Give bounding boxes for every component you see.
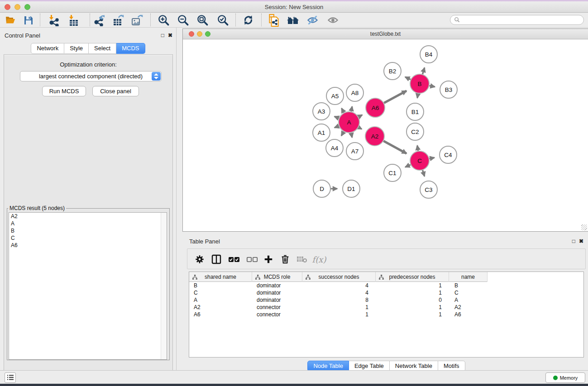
- column-header-shared-name[interactable]: shared name: [189, 272, 252, 282]
- deselect-all-icon[interactable]: [245, 253, 259, 266]
- edge-B-B2[interactable]: [405, 77, 411, 80]
- mcds-result-item[interactable]: A2: [9, 213, 167, 220]
- node-A1[interactable]: A1: [313, 124, 330, 141]
- export-network-icon[interactable]: [91, 14, 107, 26]
- column-header-name[interactable]: name: [449, 272, 488, 282]
- node-B2[interactable]: B2: [384, 62, 401, 80]
- tab-select[interactable]: Select: [89, 43, 116, 54]
- cell-successor-nodes[interactable]: 8: [302, 296, 376, 304]
- node-A6[interactable]: A6: [366, 98, 385, 117]
- clone-network-icon[interactable]: [266, 14, 282, 26]
- table-row[interactable]: A6connector11A6: [189, 311, 583, 318]
- cell-successor-nodes[interactable]: 1: [302, 304, 376, 311]
- close-panel-icon[interactable]: ✖: [579, 238, 583, 244]
- column-header-successor-nodes[interactable]: successor nodes: [302, 272, 376, 282]
- node-A5[interactable]: A5: [326, 87, 344, 105]
- cell-name[interactable]: A2: [449, 304, 488, 311]
- node-B3[interactable]: B3: [440, 81, 457, 98]
- node-C4[interactable]: C4: [440, 146, 457, 163]
- edge-A6-B[interactable]: [384, 91, 406, 103]
- open-file-icon[interactable]: [3, 14, 18, 26]
- node-A3[interactable]: A3: [313, 103, 330, 120]
- node-C[interactable]: C: [410, 151, 429, 170]
- table-row[interactable]: A2connector11A2: [189, 304, 583, 311]
- zoom-fit-icon[interactable]: [195, 14, 210, 26]
- import-network-icon[interactable]: [46, 14, 62, 26]
- export-image-icon[interactable]: [129, 14, 145, 26]
- run-mcds-button[interactable]: Run MCDS: [42, 86, 86, 96]
- column-header-predecessor-nodes[interactable]: predecessor nodes: [376, 272, 449, 282]
- edge-A-A5[interactable]: [342, 108, 344, 112]
- cell-successor-nodes[interactable]: 1: [302, 311, 376, 318]
- edge-C-C1[interactable]: [405, 165, 411, 167]
- cell-MCDS-role[interactable]: dominator: [252, 282, 302, 289]
- node-C1[interactable]: C1: [384, 164, 401, 181]
- cell-shared-name[interactable]: A: [189, 296, 252, 304]
- edge-A2-C[interactable]: [383, 141, 406, 154]
- cell-predecessor-nodes[interactable]: 1: [376, 289, 449, 296]
- edge-A-A8[interactable]: [351, 106, 352, 111]
- graphics-details-icon[interactable]: [305, 14, 320, 26]
- node-D[interactable]: D: [313, 180, 330, 197]
- node-C2[interactable]: C2: [406, 123, 424, 140]
- mcds-result-item[interactable]: A: [9, 220, 167, 227]
- cell-predecessor-nodes[interactable]: 1: [376, 311, 449, 318]
- cell-name[interactable]: B: [449, 282, 488, 289]
- edge-A-A1[interactable]: [335, 126, 339, 128]
- zoom-in-icon[interactable]: [156, 14, 171, 26]
- edge-A-A4[interactable]: [341, 132, 344, 136]
- memory-button[interactable]: Memory: [545, 372, 585, 383]
- zoom-selected-icon[interactable]: [215, 14, 230, 26]
- edge-B-B1[interactable]: [417, 94, 418, 98]
- node-D1[interactable]: D1: [343, 180, 360, 197]
- edge-B-B3[interactable]: [430, 86, 435, 86]
- tab-network[interactable]: Network: [31, 43, 64, 54]
- cell-name[interactable]: A: [449, 296, 488, 304]
- cell-successor-nodes[interactable]: 4: [302, 289, 376, 296]
- eye-icon[interactable]: [325, 14, 340, 26]
- close-panel-icon[interactable]: ✖: [168, 32, 172, 38]
- search-input[interactable]: [450, 15, 584, 25]
- select-all-icon[interactable]: [227, 253, 241, 266]
- node-B4[interactable]: B4: [420, 46, 437, 63]
- cell-successor-nodes[interactable]: 4: [302, 282, 376, 289]
- node-A7[interactable]: A7: [346, 143, 363, 160]
- mcds-result-item[interactable]: C: [9, 234, 167, 242]
- resize-grip[interactable]: [581, 224, 587, 230]
- edge-A-A2[interactable]: [359, 127, 362, 129]
- cell-shared-name[interactable]: C: [189, 289, 252, 296]
- node-B[interactable]: B: [410, 74, 429, 93]
- cell-shared-name[interactable]: A2: [189, 304, 252, 311]
- function-builder-icon[interactable]: f(x): [312, 253, 326, 266]
- node-A4[interactable]: A4: [326, 139, 343, 157]
- edge-C-C3[interactable]: [423, 170, 425, 176]
- node-A2[interactable]: A2: [365, 127, 384, 146]
- tab-mcds[interactable]: MCDS: [116, 43, 145, 54]
- table-row[interactable]: Bdominator41B: [189, 282, 583, 289]
- cell-predecessor-nodes[interactable]: 0: [376, 296, 449, 304]
- cell-shared-name[interactable]: A6: [189, 311, 252, 318]
- refresh-layout-icon[interactable]: [240, 14, 256, 26]
- table-row[interactable]: Adominator80A: [189, 296, 583, 304]
- edge-A-A7[interactable]: [351, 133, 352, 138]
- node-B1[interactable]: B1: [406, 103, 424, 120]
- mcds-result-item[interactable]: A6: [9, 242, 167, 249]
- home-icon[interactable]: [285, 14, 301, 26]
- cell-name[interactable]: C: [449, 289, 488, 296]
- column-panel-icon[interactable]: [210, 253, 223, 266]
- network-canvas[interactable]: B4B2BB3A8A5A6B1A3AC2A1A2A4A7C4CC1DD1C3: [183, 39, 588, 231]
- delete-table-icon[interactable]: [295, 253, 309, 266]
- float-panel-icon[interactable]: □: [572, 238, 575, 244]
- edge-A-A3[interactable]: [335, 116, 339, 118]
- mcds-result-item[interactable]: B: [9, 227, 167, 234]
- float-panel-icon[interactable]: □: [161, 32, 164, 38]
- edge-C-C4[interactable]: [430, 157, 435, 158]
- edge-A-A6[interactable]: [359, 115, 362, 117]
- cell-shared-name[interactable]: B: [189, 282, 252, 289]
- cell-MCDS-role[interactable]: connector: [252, 311, 302, 318]
- task-history-button[interactable]: [5, 372, 16, 383]
- delete-icon[interactable]: [278, 253, 292, 266]
- table-row[interactable]: Cdominator41C: [189, 289, 583, 296]
- close-panel-button[interactable]: Close panel: [92, 86, 139, 96]
- node-C3[interactable]: C3: [420, 181, 437, 198]
